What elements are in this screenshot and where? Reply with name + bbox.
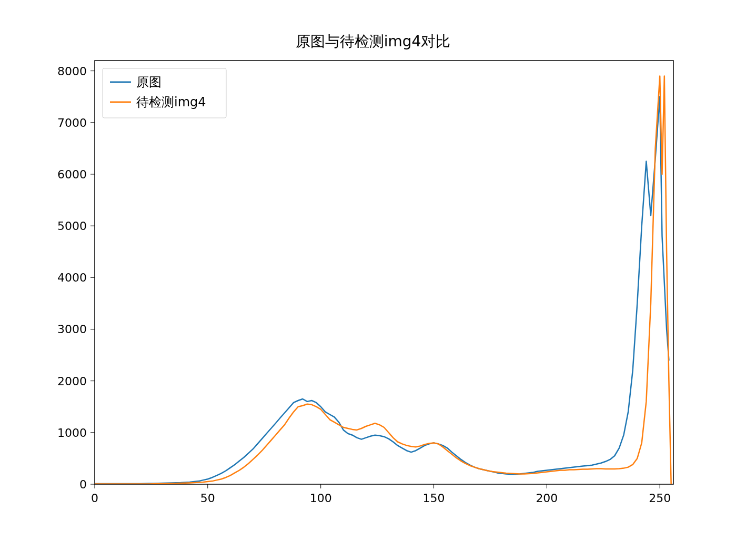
chart-svg: 0501001502002500100020003000400050006000… (0, 0, 746, 560)
series-line-1 (95, 76, 671, 485)
x-tick-label: 100 (310, 492, 332, 505)
x-tick-label: 0 (91, 492, 98, 505)
y-tick-label: 8000 (57, 65, 87, 78)
y-tick-label: 0 (79, 478, 87, 491)
y-tick-label: 5000 (57, 219, 87, 233)
legend-label-1: 待检测img4 (136, 95, 206, 109)
y-tick-label: 3000 (57, 323, 87, 336)
x-tick-label: 200 (536, 492, 558, 505)
plot-area (95, 61, 673, 484)
y-tick-label: 6000 (57, 168, 87, 181)
legend-label-0: 原图 (136, 75, 162, 89)
x-tick-label: 150 (423, 492, 445, 505)
x-tick-label: 250 (649, 492, 671, 505)
legend-box (103, 68, 226, 118)
chart-container: 原图与待检测img4对比 050100150200250010002000300… (0, 0, 746, 560)
x-tick-label: 50 (200, 492, 215, 505)
y-tick-label: 7000 (57, 116, 87, 129)
y-tick-label: 1000 (57, 426, 87, 439)
y-tick-label: 4000 (57, 271, 87, 284)
y-tick-label: 2000 (57, 375, 87, 388)
